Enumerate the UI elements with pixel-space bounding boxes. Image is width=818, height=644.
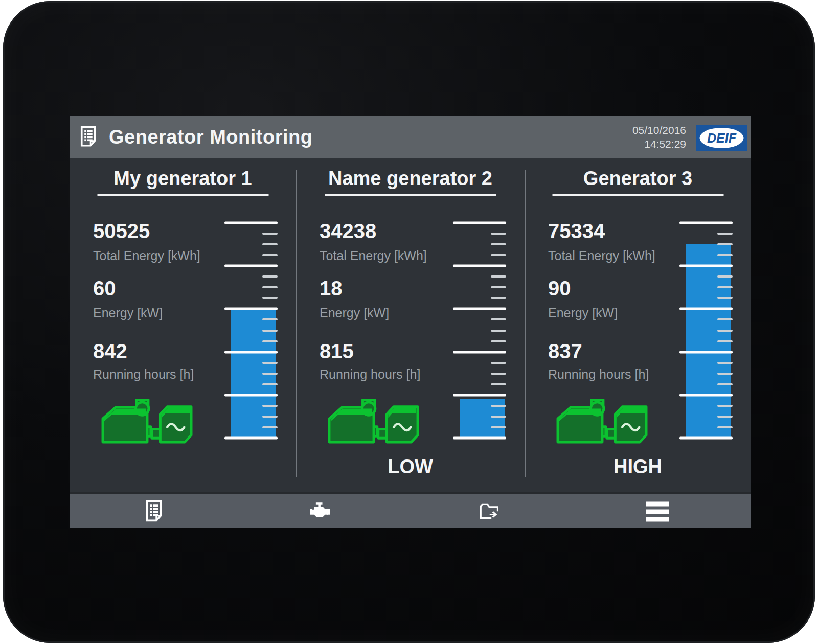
energy-gauge — [679, 223, 733, 438]
generator-name: Name generator 2 — [296, 168, 525, 190]
gauge-minor-tick — [717, 373, 733, 375]
generator-name: My generator 1 — [70, 168, 296, 190]
gauge-minor-tick — [262, 254, 278, 256]
running-hours-value: 815 — [320, 340, 354, 362]
gauge-major-tick — [224, 394, 278, 396]
toolbar — [70, 492, 751, 528]
gauge-minor-tick — [717, 233, 733, 235]
gauge-major-tick — [224, 351, 278, 353]
gauge-minor-tick — [717, 318, 733, 320]
gauge-minor-tick — [491, 426, 506, 428]
deif-logo: DEIF — [696, 125, 747, 151]
gauge-major-tick — [453, 265, 506, 267]
gauge-minor-tick — [262, 362, 278, 364]
gauge-minor-tick — [262, 426, 278, 428]
gauge-minor-tick — [491, 362, 506, 364]
gauge-major-tick — [679, 308, 733, 310]
gauge-major-tick — [224, 222, 278, 224]
energy-label: Energy [kW] — [320, 306, 389, 320]
gauge-major-tick — [453, 351, 506, 353]
gauge-minor-tick — [717, 383, 733, 385]
page-title: Generator Monitoring — [109, 116, 312, 158]
device-bezel: Generator Monitoring 05/10/2016 14:52:29… — [3, 1, 815, 643]
gauge-minor-tick — [491, 383, 506, 385]
gauge-minor-tick — [717, 243, 733, 245]
generator-engine-icon — [327, 399, 420, 444]
menu-button[interactable] — [641, 496, 674, 526]
monitoring-content: My generator 1 50525 Total Energy [kWh] … — [70, 158, 751, 492]
gauge-minor-tick — [717, 340, 733, 342]
total-energy-value: 50525 — [93, 220, 150, 242]
energy-gauge — [453, 223, 506, 438]
date-text: 05/10/2016 — [632, 123, 686, 137]
gauge-minor-tick — [717, 297, 733, 299]
running-hours-label: Running hours [h] — [548, 367, 649, 381]
header-bar: Generator Monitoring 05/10/2016 14:52:29… — [70, 116, 751, 158]
gauge-minor-tick — [262, 416, 278, 418]
gauge-minor-tick — [491, 405, 506, 407]
time-text: 14:52:29 — [632, 137, 686, 151]
gauge-minor-tick — [262, 297, 278, 299]
title-underline — [325, 194, 496, 196]
gauge-minor-tick — [262, 318, 278, 320]
generator-panel-1: My generator 1 50525 Total Energy [kWh] … — [70, 158, 296, 492]
gauge-minor-tick — [491, 275, 506, 278]
load-status-label: LOW — [296, 456, 525, 478]
gauge-minor-tick — [262, 330, 278, 332]
log-page-button[interactable] — [141, 497, 167, 525]
gauge-minor-tick — [717, 275, 733, 278]
gauge-minor-tick — [262, 405, 278, 407]
energy-label: Energy [kW] — [548, 306, 618, 320]
total-energy-value: 75334 — [548, 220, 605, 242]
gauge-minor-tick — [262, 286, 278, 288]
generator-engine-icon — [100, 399, 194, 444]
gauge-major-tick — [679, 394, 733, 396]
gauge-minor-tick — [491, 330, 506, 332]
running-hours-label: Running hours [h] — [320, 367, 420, 381]
gauge-minor-tick — [491, 243, 506, 245]
gauge-major-tick — [679, 351, 733, 353]
gauge-minor-tick — [491, 297, 506, 299]
gauge-minor-tick — [717, 416, 733, 418]
gauge-minor-tick — [717, 330, 733, 332]
gauge-major-tick — [453, 394, 506, 396]
gauge-minor-tick — [262, 233, 278, 235]
title-underline — [97, 194, 268, 196]
gauge-minor-tick — [262, 243, 278, 245]
gauge-minor-tick — [717, 426, 733, 428]
engine-page-button[interactable] — [305, 500, 335, 523]
gauge-major-tick — [679, 437, 733, 440]
generator-name: Generator 3 — [525, 168, 751, 190]
running-hours-value: 837 — [548, 340, 582, 362]
energy-value: 90 — [548, 277, 571, 300]
gauge-major-tick — [224, 308, 278, 310]
gauge-major-tick — [224, 437, 278, 440]
gauge-minor-tick — [491, 373, 506, 375]
gauge-minor-tick — [262, 383, 278, 385]
export-page-button[interactable] — [473, 499, 504, 523]
gauge-major-tick — [679, 222, 733, 224]
deif-logo-text: DEIF — [707, 131, 737, 145]
gauge-minor-tick — [262, 340, 278, 342]
gauge-minor-tick — [262, 373, 278, 375]
total-energy-label: Total Energy [kWh] — [320, 248, 427, 263]
gauge-minor-tick — [717, 254, 733, 256]
gauge-major-tick — [224, 265, 278, 267]
total-energy-value: 34238 — [320, 220, 376, 242]
energy-label: Energy [kW] — [93, 306, 163, 320]
title-underline — [552, 194, 723, 196]
energy-value: 18 — [320, 277, 343, 300]
gauge-minor-tick — [262, 275, 278, 278]
energy-gauge — [224, 223, 278, 438]
gauge-minor-tick — [491, 416, 506, 418]
gauge-major-tick — [679, 265, 733, 267]
gauge-minor-tick — [717, 286, 733, 288]
document-list-icon — [146, 516, 162, 523]
engine-icon — [310, 513, 330, 521]
gauge-major-tick — [453, 308, 506, 310]
gauge-minor-tick — [491, 233, 506, 235]
total-energy-label: Total Energy [kWh] — [93, 248, 200, 263]
document-list-icon — [80, 125, 96, 150]
load-status-label: HIGH — [525, 456, 751, 478]
gauge-minor-tick — [491, 286, 506, 288]
